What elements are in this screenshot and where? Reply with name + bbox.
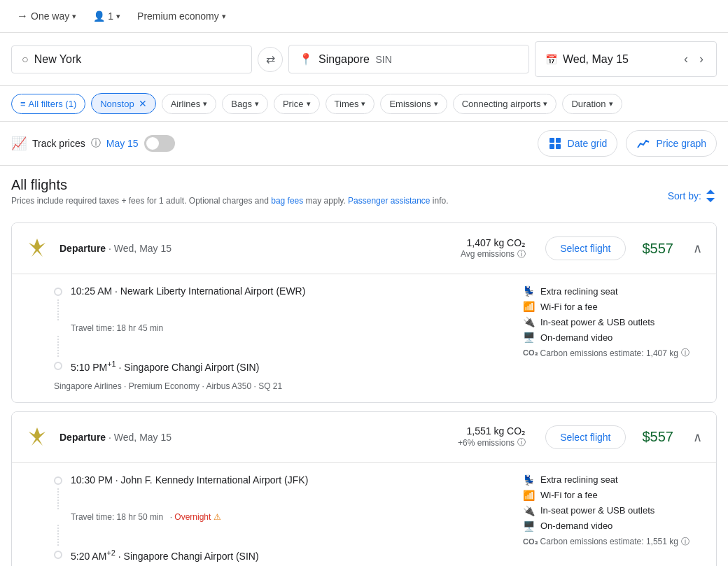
date-field[interactable]: 📅 Wed, May 15 ‹ › — [535, 41, 717, 77]
price-graph-icon — [636, 136, 650, 150]
date-text: Wed, May 15 — [563, 53, 676, 66]
person-icon: 👤 — [93, 10, 105, 22]
departure-dot-2 — [54, 476, 62, 485]
results-title: All flights — [11, 177, 449, 193]
airlines-filter-button[interactable]: Airlines ▾ — [162, 94, 217, 114]
amenity-power-1: 🔌 In-seat power & USB outlets — [523, 316, 705, 327]
track-right-section: Date grid Price graph — [538, 130, 717, 157]
co2-estimate-info-1[interactable]: ⓘ — [681, 347, 690, 359]
airline-logo-1 — [23, 234, 51, 262]
date-grid-button[interactable]: Date grid — [538, 130, 618, 157]
svg-rect-1 — [556, 138, 561, 143]
select-flight-2-button[interactable]: Select flight — [545, 425, 625, 449]
airlines-chevron-icon: ▾ — [203, 99, 207, 108]
info-icon[interactable]: ⓘ — [91, 137, 101, 150]
duration-filter-button[interactable]: Duration ▾ — [562, 94, 622, 114]
flight-1-departure-time: 10:25 AM · Newark Liberty International … — [71, 285, 305, 297]
flight-1-co2-estimate: CO₂ Carbon emissions estimate: 1,407 kg … — [523, 347, 705, 359]
origin-icon: ○ — [22, 53, 29, 66]
flight-2-departure-time: 10:30 PM · John F. Kennedy International… — [71, 474, 308, 486]
collapse-flight-2-button[interactable]: ∧ — [690, 427, 705, 448]
flight-1-footer: Singapore Airlines · Premium Economy · A… — [54, 381, 506, 391]
sort-by-button[interactable]: Sort by: — [668, 190, 717, 202]
co2-estimate-info-2[interactable]: ⓘ — [681, 536, 690, 548]
svg-rect-2 — [550, 144, 554, 149]
sort-icon — [704, 190, 717, 202]
nonstop-filter-button[interactable]: Nonstop ✕ — [91, 93, 155, 114]
video-icon-2: 🖥️ — [523, 521, 535, 532]
passengers-selector[interactable]: 👤 1 ▾ — [88, 8, 126, 24]
bags-filter-button[interactable]: Bags ▾ — [222, 94, 268, 114]
times-chevron-icon: ▾ — [361, 99, 365, 108]
flight-1-travel-time: Travel time: 18 hr 45 min — [71, 323, 506, 333]
passengers-label: 1 — [108, 10, 113, 22]
cabin-class-selector[interactable]: Premium economy ▾ — [132, 8, 232, 24]
origin-field[interactable]: ○ New York — [11, 45, 252, 73]
flight-2-arrival-time: 5:20 AM+2 · Singapore Changi Airport (SI… — [71, 549, 259, 562]
all-filters-button[interactable]: ≡ All filters (1) — [11, 94, 85, 114]
emissions-chevron-icon: ▾ — [434, 99, 438, 108]
track-prices-bar: 📈 Track prices ⓘ May 15 Date grid Price … — [0, 122, 728, 166]
bag-fees-link[interactable]: bag fees — [271, 196, 303, 206]
singapore-airlines-logo-2 — [24, 425, 50, 450]
co2-info-icon-2[interactable]: ⓘ — [517, 437, 526, 448]
flight-1-times: 10:25 AM · Newark Liberty International … — [54, 285, 506, 391]
seat-icon-1: 💺 — [523, 285, 535, 297]
flight-2-label: Departure · Wed, May 15 — [59, 432, 172, 443]
departure-dot-1 — [54, 288, 62, 296]
filter-bar: ≡ All filters (1) Nonstop ✕ Airlines ▾ B… — [0, 86, 728, 122]
amenity-wifi-2: 📶 Wi-Fi for a fee — [523, 490, 705, 501]
flight-card-1-header: Departure · Wed, May 15 1,407 kg CO₂ Avg… — [12, 223, 716, 274]
results-title-block: All flights Prices include required taxe… — [11, 177, 449, 214]
top-bar: → One way ▾ 👤 1 ▾ Premium economy ▾ — [0, 0, 728, 33]
results-header: All flights Prices include required taxe… — [11, 177, 717, 214]
flight-1-title-block: Departure · Wed, May 15 — [59, 243, 452, 254]
trip-type-chevron: ▾ — [72, 12, 76, 21]
destination-text: Singapore SIN — [318, 53, 392, 66]
wifi-icon-2: 📶 — [523, 490, 535, 501]
track-prices-toggle[interactable] — [144, 135, 175, 152]
flight-1-row: 10:25 AM · Newark Liberty International … — [54, 285, 705, 391]
select-flight-1-button[interactable]: Select flight — [545, 236, 625, 260]
co2-info-icon-1[interactable]: ⓘ — [517, 248, 526, 260]
date-grid-icon — [548, 136, 562, 150]
flight-2-emissions: 1,551 kg CO₂ +6% emissions ⓘ — [458, 425, 526, 448]
flight-1-co2-amount: 1,407 kg CO₂ — [461, 237, 526, 248]
trip-type-selector[interactable]: → One way ▾ — [11, 7, 82, 25]
flight-1-arrival-point: 5:10 PM+1 · Singapore Changi Airport (SI… — [54, 360, 506, 373]
wifi-icon-1: 📶 — [523, 301, 535, 312]
collapse-flight-1-button[interactable]: ∧ — [690, 238, 705, 259]
arrival-dot-2 — [54, 551, 62, 559]
singapore-airlines-logo-1 — [24, 236, 50, 261]
nonstop-close-icon[interactable]: ✕ — [139, 98, 147, 109]
flight-1-departure-point: 10:25 AM · Newark Liberty International … — [54, 285, 506, 297]
flight-2-times: 10:30 PM · John F. Kennedy International… — [54, 474, 506, 566]
track-prices-icon: 📈 — [11, 136, 27, 151]
track-prices-date: May 15 — [106, 138, 139, 149]
emissions-filter-button[interactable]: Emissions ▾ — [380, 94, 447, 114]
connecting-chevron-icon: ▾ — [543, 99, 547, 108]
flight-2-details: 10:30 PM · John F. Kennedy International… — [12, 462, 716, 566]
next-date-button[interactable]: › — [696, 49, 706, 69]
svg-marker-5 — [29, 427, 46, 446]
passengers-chevron: ▾ — [116, 12, 120, 21]
search-bar: ○ New York ⇄ 📍 Singapore SIN 📅 Wed, May … — [0, 33, 728, 86]
swap-button[interactable]: ⇄ — [258, 47, 283, 72]
destination-icon: 📍 — [299, 52, 313, 66]
destination-field[interactable]: 📍 Singapore SIN — [288, 45, 529, 73]
passenger-assistance-link[interactable]: Passenger assistance — [348, 196, 430, 206]
flight-2-amenities: 💺 Extra reclining seat 📶 Wi-Fi for a fee… — [523, 474, 705, 566]
flight-2-dotted-line-2 — [57, 525, 59, 546]
connecting-airports-filter-button[interactable]: Connecting airports ▾ — [453, 94, 557, 114]
amenity-reclining-2: 💺 Extra reclining seat — [523, 474, 705, 486]
flight-2-price: $557 — [643, 429, 674, 445]
flight-2-co2-amount: 1,551 kg CO₂ — [458, 425, 526, 437]
times-filter-button[interactable]: Times ▾ — [326, 94, 375, 114]
flight-2-row: 10:30 PM · John F. Kennedy International… — [54, 474, 705, 566]
price-graph-button[interactable]: Price graph — [626, 130, 717, 157]
price-filter-button[interactable]: Price ▾ — [274, 94, 320, 114]
flight-1-co2-label: Avg emissions ⓘ — [461, 248, 526, 260]
prev-date-button[interactable]: ‹ — [681, 49, 691, 69]
amenity-video-1: 🖥️ On-demand video — [523, 332, 705, 343]
amenity-video-2: 🖥️ On-demand video — [523, 521, 705, 532]
